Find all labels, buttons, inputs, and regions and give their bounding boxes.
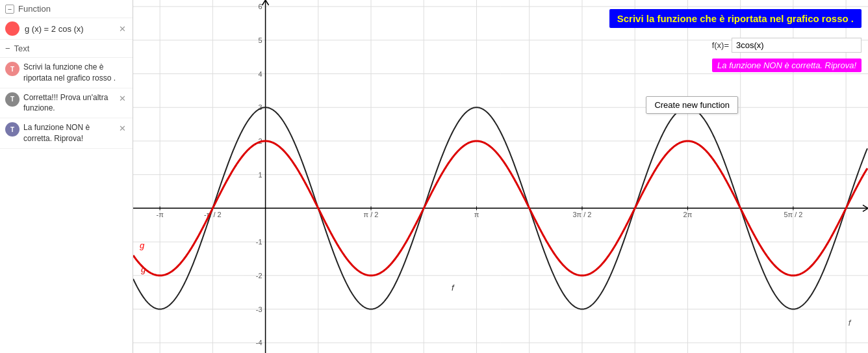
function-close-g[interactable]: ✕ — [118, 23, 127, 35]
text-item-close-3[interactable]: ✕ — [118, 122, 127, 135]
text-section-collapse[interactable]: − — [5, 44, 10, 53]
main-area: Scrivi la funzione che è riportata nel g… — [133, 0, 868, 353]
function-color-g — [5, 21, 19, 36]
text-item-1: T Scrivi la funzione che è riportata nel… — [0, 58, 133, 88]
text-item-close-2[interactable]: ✕ — [118, 92, 127, 105]
text-section-header: − Text — [0, 40, 133, 58]
function-label-g: g (x) = 2 cos (x) — [25, 24, 112, 34]
function-section-collapse[interactable]: − — [5, 5, 14, 14]
text-item-icon-2: T — [5, 92, 19, 107]
text-section-label: Text — [14, 44, 30, 53]
g-label: g — [140, 241, 144, 250]
text-item-3: T La funzione NON è corretta. Riprova! ✕ — [0, 118, 133, 149]
function-input[interactable] — [732, 38, 862, 53]
input-area: f(x)= — [712, 38, 862, 53]
text-item-icon-3: T — [5, 122, 19, 137]
sidebar: − Function g (x) = 2 cos (x) ✕ − Text T … — [0, 0, 133, 353]
text-item-content-3: La funzione NON è corretta. Riprova! — [23, 122, 114, 144]
input-label: f(x)= — [712, 40, 729, 50]
function-section-label: Function — [18, 4, 51, 14]
create-function-button[interactable]: Create new function — [646, 96, 738, 114]
text-item-2: T Corretta!!! Prova un'altra funzione. ✕ — [0, 88, 133, 119]
f-label: f — [452, 283, 454, 293]
text-item-content-1: Scrivi la funzione che è riportata nel g… — [23, 62, 127, 84]
error-message: La funzione NON è corretta. Riprova! — [712, 59, 862, 72]
function-item-g: g (x) = 2 cos (x) ✕ — [0, 18, 133, 40]
text-item-content-2: Corretta!!! Prova un'altra funzione. — [23, 92, 114, 114]
function-section-header: − Function — [0, 0, 133, 18]
question-banner: Scrivi la funzione che è riportata nel g… — [609, 9, 862, 28]
text-item-icon-1: T — [5, 62, 19, 76]
graph-canvas — [133, 0, 868, 353]
